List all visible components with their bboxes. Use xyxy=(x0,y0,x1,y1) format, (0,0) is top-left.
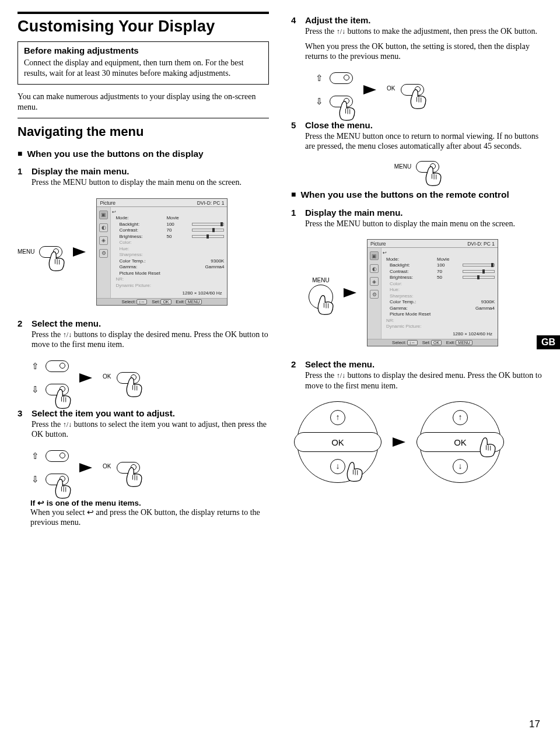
return-icon: ↩ xyxy=(87,508,94,517)
option-tab-icon: ◈ xyxy=(99,236,108,245)
sub-note: If ↩ is one of the menu items. When you … xyxy=(30,498,269,528)
subsection-heading: When you use the buttons on the display xyxy=(18,149,269,159)
arrow-right-icon xyxy=(79,463,92,472)
menu-button-illustration xyxy=(39,246,62,258)
remote-menu-button xyxy=(309,285,333,309)
screen-tab-icon: ◐ xyxy=(99,223,108,232)
remote-control: ↑ OK ↓ xyxy=(297,401,379,483)
step-number: 5 xyxy=(291,120,299,156)
subsection-heading: When you use the buttons on the remote c… xyxy=(291,189,542,201)
up-down-arrow-icon: ↑/↓ xyxy=(337,27,345,36)
step-title: Display the main menu. xyxy=(305,208,542,218)
up-down-arrow-icon: ↑/↓ xyxy=(63,331,72,339)
step-text: Press the ↑/↓ buttons to select the item… xyxy=(32,419,269,440)
page-title: Customising Your Display xyxy=(18,17,269,36)
menu-button-illustration xyxy=(416,161,439,173)
ok-button-illustration xyxy=(117,462,140,474)
step-number: 4 xyxy=(291,15,299,66)
step-text: Press the MENU button once to return to … xyxy=(305,131,542,152)
remote-up-button: ↑ xyxy=(453,410,468,425)
ok-button-illustration xyxy=(401,84,424,96)
up-down-arrow-icon: ↑/↓ xyxy=(63,420,72,429)
step-title: Adjust the item. xyxy=(305,15,542,25)
notice-box: Before making adjustments Connect the di… xyxy=(18,41,269,85)
up-down-buttons: ⇧ ⇩ xyxy=(30,450,69,485)
arrow-right-icon xyxy=(363,85,376,94)
page-number: 17 xyxy=(529,719,540,730)
step-text: Press the ↑/↓ buttons to make the adjust… xyxy=(305,26,542,37)
notice-text: Connect the display and equipment, then … xyxy=(24,58,262,78)
step-text: Press the MENU button to display the mai… xyxy=(305,219,542,229)
remote-down-button: ↓ xyxy=(453,459,468,474)
up-down-buttons: ⇧ ⇩ xyxy=(30,360,69,395)
step-number: 1 xyxy=(291,208,299,234)
remote-up-button: ↑ xyxy=(330,410,345,425)
ok-button-illustration xyxy=(117,372,140,384)
step-number: 2 xyxy=(18,318,26,355)
menu-label: MENU xyxy=(394,163,411,170)
ok-label: OK xyxy=(103,373,111,380)
step-title: Select the menu. xyxy=(305,359,542,369)
intro-text: You can make numerous adjustments to you… xyxy=(18,92,269,112)
step-title: Display the main menu. xyxy=(32,166,269,176)
arrow-right-icon xyxy=(393,437,405,447)
step-number: 1 xyxy=(18,166,26,192)
step-text: When you press the OK button, the settin… xyxy=(305,41,542,62)
remote-control: ↑ OK ↓ xyxy=(419,401,501,483)
step-text: Press the MENU button to display the mai… xyxy=(32,177,269,188)
step-title: Select the menu. xyxy=(32,318,269,328)
ok-label: OK xyxy=(103,463,111,469)
step-text: Press the ↑/↓ buttons to display the des… xyxy=(305,370,542,391)
step-text: Press the ↑/↓ buttons to display the des… xyxy=(32,330,269,350)
step-number: 3 xyxy=(18,408,26,444)
osd-menu: PictureDVI-D: PC 1 ▣◐◈⚙ ↩ Mode:Movie Bac… xyxy=(367,239,498,346)
section-heading: Navigating the menu xyxy=(18,124,269,139)
up-down-buttons: ⇧ ⇩ xyxy=(314,72,353,107)
ok-label: OK xyxy=(387,85,395,92)
menu-label: MENU xyxy=(312,277,329,283)
remote-ok-button: OK xyxy=(294,432,382,452)
osd-menu: Picture DVI-D: PC 1 ▣ ◐ ◈ ⚙ ↩ Mode:Movie… xyxy=(96,198,228,306)
step-number: 2 xyxy=(291,359,299,395)
return-icon: ↩ xyxy=(37,499,44,507)
picture-tab-icon: ▣ xyxy=(99,211,108,219)
arrow-right-icon xyxy=(73,247,86,257)
arrow-right-icon xyxy=(344,288,356,297)
notice-heading: Before making adjustments xyxy=(24,45,262,55)
language-tag: GB xyxy=(537,335,560,349)
arrow-right-icon xyxy=(79,373,92,383)
setup-tab-icon: ⚙ xyxy=(99,249,108,258)
up-down-arrow-icon: ↑/↓ xyxy=(337,372,345,380)
menu-label: MENU xyxy=(18,248,34,255)
